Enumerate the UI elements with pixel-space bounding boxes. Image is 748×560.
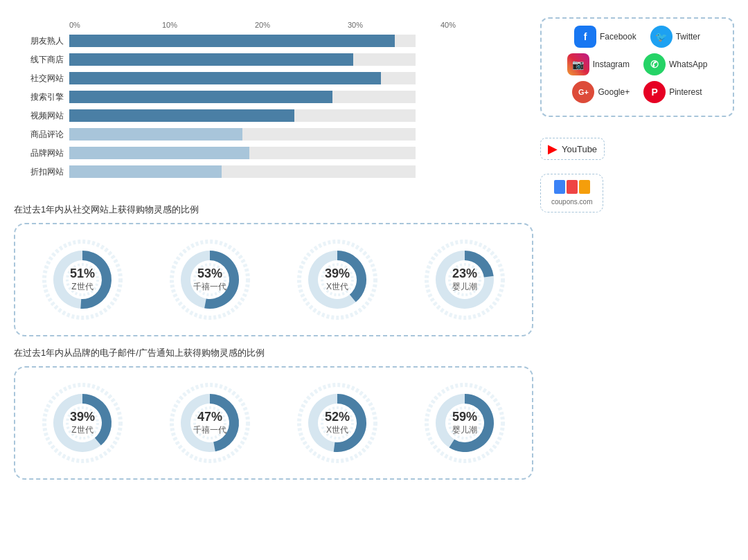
bar-label: 视频网站	[21, 110, 69, 122]
donut-percent: 59%	[452, 410, 477, 424]
donut-percent: 39%	[325, 267, 350, 281]
bar-label: 朋友熟人	[21, 35, 69, 47]
bar-label: 线下商店	[21, 54, 69, 66]
bottom-section: 在过去1年内从社交网站上获得购物灵感的比例 51%Z世代53%千禧一代39%X世…	[14, 204, 533, 480]
social-item-googleplus: G+ Google+	[572, 81, 630, 103]
bar-label: 折扣网站	[21, 166, 69, 178]
left-section: 0% 10% 20% 30% 40% 朋友熟人线下商店社交网站搜索引擎视频网站商…	[14, 14, 533, 490]
instagram-label: Instagram	[593, 60, 630, 69]
donut-label: X世代	[325, 281, 350, 293]
bar-fill	[69, 91, 332, 103]
donut-center-text: 47%千禧一代	[193, 410, 226, 436]
bar-fill	[69, 35, 395, 47]
coupons-label: coupons.com	[551, 198, 592, 206]
bar-track	[69, 91, 416, 103]
donut-label: X世代	[325, 424, 350, 436]
facebook-label: Facebook	[600, 32, 636, 42]
social-panel: f Facebook 🐦 Twitter 📷 Instagram ✆ Whats…	[540, 17, 734, 117]
bar-fill	[69, 53, 353, 66]
donut-percent: 53%	[193, 267, 226, 281]
bar-row: 折扣网站	[21, 164, 533, 179]
bar-label: 社交网站	[21, 73, 69, 84]
axis-0: 0%	[69, 21, 162, 29]
coupons-annotation: coupons.com	[540, 174, 603, 213]
axis-30: 30%	[348, 21, 440, 29]
bar-track	[69, 72, 416, 84]
bar-chart: 0% 10% 20% 30% 40% 朋友熟人线下商店社交网站搜索引擎视频网站商…	[14, 14, 533, 190]
donut-label: 婴儿潮	[452, 424, 477, 436]
bar-row: 线下商店	[21, 52, 533, 67]
donut-wrapper: 47%千禧一代	[165, 378, 255, 468]
social-row-2: 📷 Instagram ✆ WhatsApp	[550, 53, 724, 75]
youtube-icon: ▶	[548, 141, 558, 156]
donut-item: 47%千禧一代	[165, 378, 255, 468]
instagram-icon: 📷	[567, 53, 589, 75]
donut-center-text: 23%婴儿潮	[452, 267, 477, 293]
donut-item: 52%X世代	[292, 378, 382, 468]
section1-title: 在过去1年内从社交网站上获得购物灵感的比例	[14, 204, 533, 216]
bar-rows: 朋友熟人线下商店社交网站搜索引擎视频网站商品评论品牌网站折扣网站	[21, 33, 533, 179]
twitter-icon: 🐦	[650, 26, 673, 48]
donut-wrapper: 23%婴儿潮	[420, 235, 510, 325]
whatsapp-label: WhatsApp	[669, 60, 707, 69]
social-item-pinterest: P Pinterest	[643, 81, 702, 103]
social-item-facebook: f Facebook	[574, 26, 636, 48]
bar-fill	[69, 165, 222, 178]
googleplus-label: Google+	[598, 87, 630, 97]
donut-item: 59%婴儿潮	[420, 378, 510, 468]
donut-wrapper: 59%婴儿潮	[420, 378, 510, 468]
bar-track	[69, 109, 416, 122]
donut-wrapper: 53%千禧一代	[165, 235, 255, 325]
bar-fill	[69, 72, 381, 84]
donut-section2: 39%Z世代47%千禧一代52%X世代59%婴儿潮	[14, 366, 533, 480]
bar-fill	[69, 109, 294, 122]
donut-item: 51%Z世代	[37, 235, 127, 325]
social-row-1: f Facebook 🐦 Twitter	[550, 26, 724, 48]
donut-wrapper: 39%X世代	[292, 235, 382, 325]
donut-center-text: 39%Z世代	[70, 410, 95, 436]
donut-wrapper: 52%X世代	[292, 378, 382, 468]
bar-track	[69, 147, 416, 159]
bar-row: 搜索引擎	[21, 89, 533, 105]
youtube-annotation: ▶ YouTube	[540, 138, 605, 160]
donut-label: 婴儿潮	[452, 281, 477, 293]
donut-label: 千禧一代	[193, 281, 226, 293]
bar-row: 朋友熟人	[21, 33, 533, 48]
bar-fill	[69, 128, 242, 141]
social-item-twitter: 🐦 Twitter	[650, 26, 700, 48]
social-item-whatsapp: ✆ WhatsApp	[643, 53, 707, 75]
bar-label: 商品评论	[21, 129, 69, 141]
donut-center-text: 53%千禧一代	[193, 267, 226, 293]
bar-track	[69, 53, 416, 66]
bar-row: 视频网站	[21, 108, 533, 123]
donut-wrapper: 39%Z世代	[37, 378, 127, 468]
bar-label: 品牌网站	[21, 147, 69, 159]
axis-20: 20%	[255, 21, 348, 29]
donut-section1: 51%Z世代53%千禧一代39%X世代23%婴儿潮	[14, 223, 533, 336]
donut-label: 千禧一代	[193, 424, 226, 436]
donut-wrapper: 51%Z世代	[37, 235, 127, 325]
axis-40: 40%	[440, 21, 533, 29]
donut-percent: 39%	[70, 410, 95, 424]
axis-10: 10%	[162, 21, 255, 29]
youtube-label: YouTube	[562, 144, 597, 154]
donut-center-text: 59%婴儿潮	[452, 410, 477, 436]
donut-label: Z世代	[70, 281, 95, 293]
whatsapp-icon: ✆	[643, 53, 666, 75]
right-section: f Facebook 🐦 Twitter 📷 Instagram ✆ Whats…	[540, 14, 734, 490]
donut-percent: 47%	[193, 410, 226, 424]
bar-label: 搜索引擎	[21, 91, 69, 103]
donut-item: 53%千禧一代	[165, 235, 255, 325]
bar-fill	[69, 147, 249, 159]
pinterest-label: Pinterest	[669, 87, 702, 97]
twitter-label: Twitter	[676, 32, 700, 42]
pinterest-icon: P	[643, 81, 666, 103]
donut-item: 23%婴儿潮	[420, 235, 510, 325]
bar-row: 商品评论	[21, 127, 533, 142]
googleplus-icon: G+	[572, 81, 594, 103]
bar-track	[69, 35, 416, 47]
donut-item: 39%X世代	[292, 235, 382, 325]
social-row-3: G+ Google+ P Pinterest	[550, 81, 724, 103]
donut-percent: 23%	[452, 267, 477, 281]
axis-labels: 0% 10% 20% 30% 40%	[69, 21, 533, 29]
